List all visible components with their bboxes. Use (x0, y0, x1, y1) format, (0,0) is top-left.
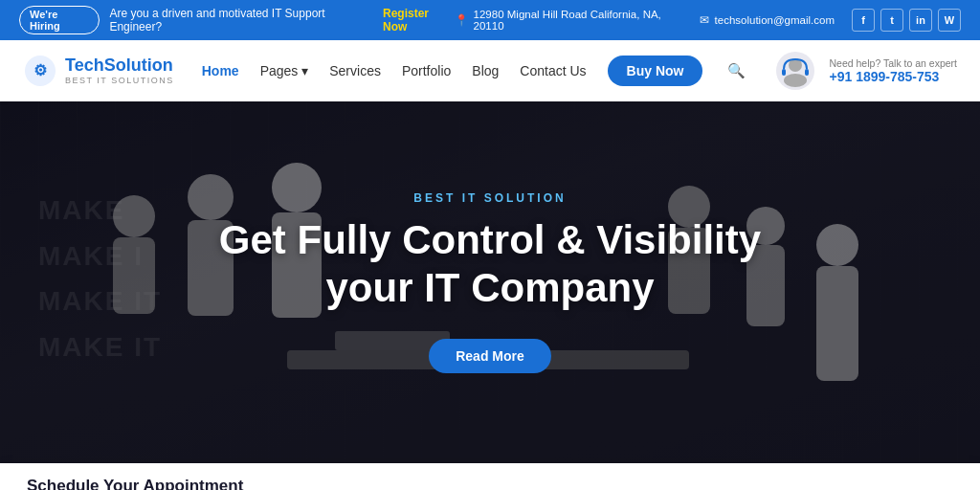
hero-title: Get Fully Control & Visibility your IT C… (219, 216, 761, 311)
hero-content: BEST IT SOLUTION Get Fully Control & Vis… (219, 191, 761, 372)
appointment-title: Schedule Your Appointment (27, 477, 243, 490)
email-icon: ✉ (700, 13, 709, 27)
nav-support: Need help? Talk to an expert +91 1899-78… (774, 50, 957, 92)
nav-contact[interactable]: Contact Us (520, 63, 586, 78)
hero-section: MAKE MAKE I MAKE IT MAKE IT (0, 101, 980, 463)
support-avatar (774, 50, 816, 92)
svg-point-18 (816, 224, 858, 266)
svg-text:⚙: ⚙ (33, 62, 47, 78)
email-info: ✉ techsolution@gmail.com (700, 13, 835, 27)
navbar: ⚙ TechSolution BEST IT SOLUTIONS Home Pa… (0, 40, 980, 101)
svg-rect-6 (805, 69, 809, 76)
email-text: techsolution@gmail.com (715, 14, 835, 26)
promo-text: Are you a driven and motivated IT Suppor… (109, 7, 373, 33)
support-phone[interactable]: +91 1899-785-753 (830, 69, 957, 84)
svg-rect-5 (782, 69, 786, 76)
facebook-icon[interactable]: f (852, 9, 875, 32)
support-text: Need help? Talk to an expert +91 1899-78… (830, 57, 957, 84)
twitter-icon[interactable]: t (880, 9, 903, 32)
address-info: 📍 12980 Mignal Hill Road California, NA,… (455, 9, 682, 32)
hero-tagline: BEST IT SOLUTION (219, 191, 761, 205)
bottom-bar: Schedule Your Appointment (0, 463, 980, 490)
whatsapp-icon[interactable]: W (938, 9, 961, 32)
logo-icon: ⚙ (23, 54, 57, 88)
nav-blog[interactable]: Blog (472, 63, 499, 78)
address-text: 12980 Mignal Hill Road California, NA, 2… (474, 9, 682, 32)
nav-links: Home Pages ▾ Services Portfolio Blog Con… (202, 56, 746, 86)
social-icons: f t in W (852, 9, 961, 32)
hero-title-line2: your IT Company (325, 265, 654, 310)
nav-pages[interactable]: Pages ▾ (260, 63, 309, 78)
logo-text: TechSolution BEST IT SOLUTIONS (65, 56, 174, 85)
top-bar-left: We're Hiring Are you a driven and motiva… (19, 6, 455, 34)
nav-home[interactable]: Home (202, 63, 239, 78)
hero-title-line1: Get Fully Control & Visibility (219, 217, 761, 262)
buy-now-button[interactable]: Buy Now (608, 56, 703, 86)
top-bar: We're Hiring Are you a driven and motiva… (0, 0, 980, 40)
read-more-button[interactable]: Read More (429, 339, 551, 373)
logo-title: TechSolution (65, 56, 174, 76)
svg-rect-9 (113, 237, 155, 314)
hiring-badge[interactable]: We're Hiring (19, 6, 100, 34)
svg-point-8 (113, 195, 155, 237)
nav-portfolio[interactable]: Portfolio (402, 63, 451, 78)
register-link[interactable]: Register Now (383, 7, 455, 33)
logo: ⚙ TechSolution BEST IT SOLUTIONS (23, 54, 174, 88)
linkedin-icon[interactable]: in (909, 9, 932, 32)
top-bar-right: 📍 12980 Mignal Hill Road California, NA,… (455, 9, 961, 32)
svg-rect-19 (816, 266, 858, 381)
logo-subtitle: BEST IT SOLUTIONS (65, 76, 174, 85)
support-label: Need help? Talk to an expert (830, 57, 957, 69)
search-icon[interactable]: 🔍 (727, 62, 746, 79)
location-icon: 📍 (455, 13, 468, 27)
svg-point-4 (784, 74, 807, 87)
nav-services[interactable]: Services (329, 63, 381, 78)
